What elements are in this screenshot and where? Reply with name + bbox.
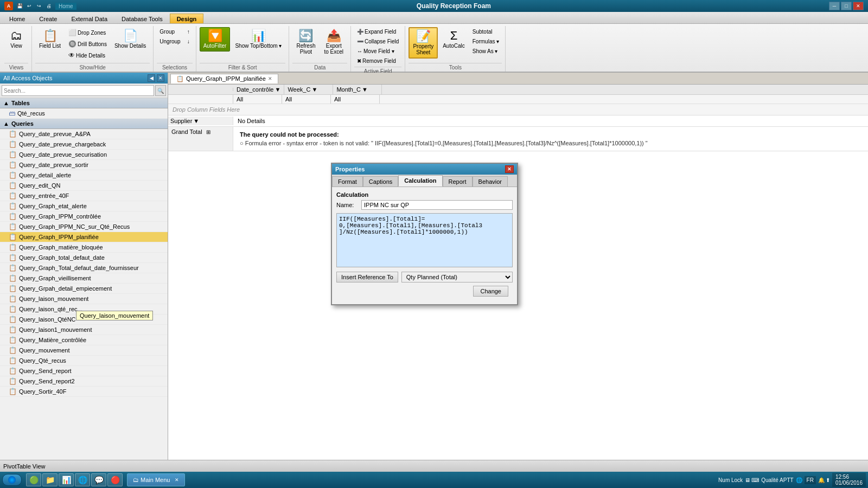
tab-design[interactable]: Design (170, 14, 204, 23)
save-qa-btn[interactable]: 💾 (15, 2, 24, 10)
refresh-pivot-button[interactable]: 🔄 RefreshPivot (292, 27, 319, 57)
dialog-tab-format[interactable]: Format (332, 176, 363, 187)
show-details-button[interactable]: 📄 Show Details (111, 27, 150, 52)
nav-item-15[interactable]: 📋Query_Graph_vieillisement (0, 273, 168, 284)
nav-item-21[interactable]: 📋Query_Matière_contrôlée (0, 335, 168, 345)
maximize-btn[interactable]: □ (841, 2, 852, 10)
content-tab-icon: 📋 (176, 75, 184, 82)
remove-field-button[interactable]: ✖ Remove Field (354, 56, 401, 66)
nav-item-2[interactable]: 📋Query_date_prevue_chargeback (0, 139, 168, 150)
formulas-button[interactable]: Formulas ▾ (470, 37, 502, 46)
nav-item-9[interactable]: 📋Query_Graph_IPPM_contrôlée (0, 211, 168, 222)
nav-item-3[interactable]: 📋Query_date_prevue_securisation (0, 150, 168, 160)
property-sheet-button[interactable]: 📝 PropertySheet (409, 27, 438, 59)
sort-desc-button[interactable]: ↓ (184, 37, 193, 46)
redo-qa-btn[interactable]: ↪ (35, 2, 43, 10)
nav-item-5[interactable]: 📋Query_detail_alerte (0, 170, 168, 181)
tab-home[interactable]: Home (2, 14, 32, 23)
taskbar-icon-6[interactable]: 🔴 (107, 473, 123, 486)
nav-item-20[interactable]: 📋Query_laison1_mouvement (0, 325, 168, 335)
pivot-col-week[interactable]: Week_C ▼ (284, 85, 333, 94)
taskbar-icon-2[interactable]: 📁 (42, 473, 58, 486)
nav-item-7[interactable]: 📋Query_entrée_40F (0, 191, 168, 201)
grand-total-expand[interactable]: ⊞ (206, 129, 210, 135)
nav-item-1[interactable]: 📋Query_date_prevue_A&PA (0, 129, 168, 139)
nav-item-8[interactable]: 📋Query_Graph_etat_alerte (0, 201, 168, 211)
queries-section-header[interactable]: ▲ Queries (0, 119, 168, 129)
dialog-tab-captions[interactable]: Captions (363, 176, 398, 187)
taskbar-main-menu[interactable]: 🗂 Main Menu ✕ (127, 473, 185, 486)
dialog-formula-textarea[interactable]: IIF([Measures].[Total1]= 0,[Measures].[T… (336, 213, 513, 267)
tab-database-tools[interactable]: Database Tools (114, 14, 170, 23)
change-btn[interactable]: Change (473, 286, 508, 297)
print-qa-btn[interactable]: 🖨 (44, 2, 53, 10)
nav-item-26[interactable]: 📋Query_Sortir_40F (0, 387, 168, 397)
close-btn[interactable]: ✕ (853, 2, 864, 10)
show-topbottom-button[interactable]: 📊 Show Top/Bottom ▾ (231, 27, 285, 52)
taskbar-icon-4[interactable]: 🌐 (75, 473, 90, 486)
nav-item-6[interactable]: 📋Query_edit_QN (0, 181, 168, 191)
nav-item-17[interactable]: 📋Query_laison_mouvement (0, 294, 168, 304)
dialog-close-btn[interactable]: ✕ (505, 165, 514, 173)
sort-asc-button[interactable]: ↑ (184, 27, 193, 36)
properties-dialog[interactable]: Properties ✕ Format Captions Calculation… (331, 163, 518, 305)
content-tab-close-btn[interactable]: ✕ (268, 76, 272, 81)
nav-item-23[interactable]: 📋Query_Qté_recus (0, 356, 168, 366)
tables-section-header[interactable]: ▲ Tables (0, 98, 168, 108)
drop-zones-button[interactable]: ⬜ Drop Zones (66, 27, 110, 38)
show-as-button[interactable]: Show As ▾ (470, 47, 502, 56)
nav-item-22[interactable]: 📋Query_mouvement (0, 345, 168, 356)
nav-item-10[interactable]: 📋Query_Graph_IPPM_NC_sur_Qté_Recus (0, 222, 168, 232)
nav-item-24[interactable]: 📋Query_Send_report (0, 366, 168, 376)
group-button[interactable]: Group (157, 27, 183, 36)
nav-search-btn[interactable]: 🔍 (155, 85, 166, 96)
nav-tooltip: Query_laison_mouvement (76, 311, 153, 320)
undo-qa-btn[interactable]: ↩ (25, 2, 34, 10)
supplier-cell[interactable]: Supplier ▼ (168, 117, 233, 125)
autofilter-button[interactable]: 🔽 AutoFilter (200, 27, 231, 52)
collapse-field-button[interactable]: ➖ Collapse Field (354, 37, 401, 46)
hide-details-button[interactable]: 👁 Hide Details (66, 50, 110, 61)
nav-panel-pin-btn[interactable]: ◀ (148, 74, 155, 82)
nav-search-input[interactable] (2, 85, 154, 96)
autocalc-button[interactable]: Σ AutoCalc (439, 27, 469, 52)
start-button[interactable] (2, 474, 22, 486)
nav-item-14[interactable]: 📋Query_Graph_Total_defaut_date_fournisse… (0, 263, 168, 273)
nav-item-12[interactable]: 📋Query_Graph_matière_bloquée (0, 242, 168, 253)
taskbar-icon-5[interactable]: 💬 (91, 473, 106, 486)
supplier-dropdown[interactable]: ▼ (193, 118, 199, 124)
view-button[interactable]: 🗂 View (4, 27, 28, 52)
nav-item-qte-recus[interactable]: 🗃 Qté_recus (0, 108, 168, 119)
nav-item-16[interactable]: 📋Query_Grpah_detail_empiecement (0, 284, 168, 294)
pivot-col-month[interactable]: Month_C ▼ (333, 85, 382, 94)
taskbar-item-close[interactable]: ✕ (175, 477, 179, 483)
dialog-tab-calculation[interactable]: Calculation (398, 175, 442, 187)
content-tab-main[interactable]: 📋 Query_Graph_IPPM_planifiée ✕ (170, 74, 278, 84)
month-dropdown[interactable]: ▼ (362, 86, 368, 93)
dialog-tab-behavior[interactable]: Behavior (473, 176, 508, 187)
move-field-button[interactable]: ↔ Move Field ▾ (354, 47, 401, 56)
week-dropdown[interactable]: ▼ (311, 86, 317, 93)
tab-external-data[interactable]: External Data (64, 14, 114, 23)
nav-item-11[interactable]: 📋Query_Graph_IPPM_planifiée (0, 232, 168, 242)
nav-item-4[interactable]: 📋Query_date_prevue_sortir (0, 160, 168, 170)
insert-reference-btn[interactable]: Insert Reference To (336, 272, 398, 282)
taskbar-icon-3[interactable]: 📊 (59, 473, 74, 486)
minimize-btn[interactable]: ─ (829, 2, 840, 10)
nav-item-13[interactable]: 📋Query_Graph_total_defaut_date (0, 253, 168, 263)
taskbar-icon-1[interactable]: 🟢 (26, 473, 41, 486)
ref-dropdown[interactable]: Qty Planned (Total) (401, 272, 513, 282)
nav-panel-close-btn[interactable]: ✕ (157, 74, 164, 82)
subtotal-button[interactable]: Subtotal (470, 27, 502, 36)
export-excel-button[interactable]: 📤 Exportto Excel (320, 27, 347, 57)
drill-buttons-button[interactable]: 🔘 Drill Buttons (66, 38, 110, 49)
date-controle-dropdown[interactable]: ▼ (275, 86, 281, 93)
pivot-col-date[interactable]: Date_contrôle ▼ (233, 85, 284, 94)
ungroup-button[interactable]: Ungroup (157, 37, 183, 46)
tab-create[interactable]: Create (32, 14, 64, 23)
field-list-button[interactable]: 📋 Field List (35, 27, 65, 52)
dialog-tab-report[interactable]: Report (443, 176, 473, 187)
nav-item-25[interactable]: 📋Query_Send_report2 (0, 376, 168, 387)
expand-field-button[interactable]: ➕ Expand Field (354, 27, 401, 36)
dialog-name-input[interactable] (361, 200, 513, 210)
